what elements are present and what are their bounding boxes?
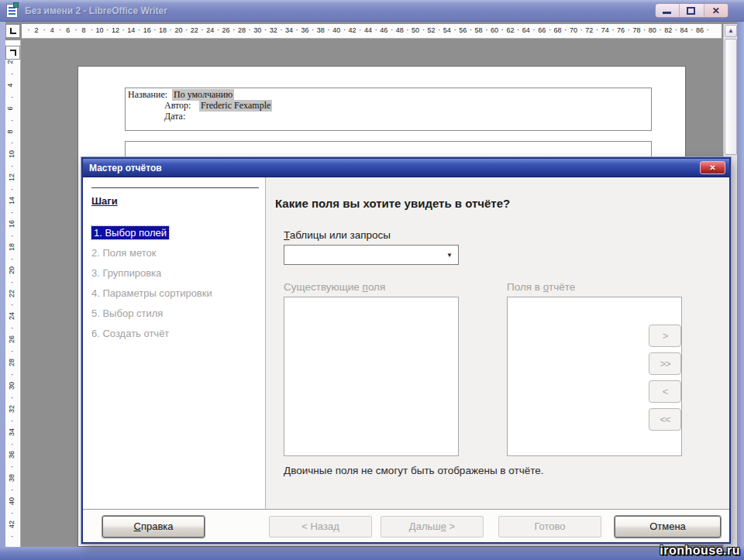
ruler-number: 80 — [649, 26, 656, 34]
ruler-tick: · — [628, 26, 630, 34]
back-button[interactable]: < Назад — [269, 516, 372, 538]
ruler-tick: · — [11, 162, 13, 170]
ruler-number: 22 — [8, 289, 16, 297]
application-window: Без имени 2 - LibreOffice Writer ✕ ·2·4·… — [0, 0, 744, 560]
horizontal-ruler[interactable]: ·2·4·6·8·10·12·14·16·18·20·22·24·26·28·3… — [22, 24, 722, 39]
move-selected-left-button[interactable]: < — [649, 380, 681, 403]
tables-queries-combobox[interactable]: ▼ — [284, 245, 459, 265]
tab-stop-selector-secondary[interactable] — [5, 46, 20, 60]
report-fields-listbox[interactable] — [507, 297, 682, 456]
tab-stop-selector[interactable] — [5, 24, 20, 38]
wizard-step-label: 6. Создать отчёт — [91, 328, 169, 339]
ruler-number: 38 — [8, 474, 16, 482]
ruler-tick: · — [91, 26, 93, 34]
close-button[interactable]: ✕ — [704, 4, 728, 17]
help-button[interactable]: Справка — [102, 516, 205, 538]
ruler-number: 84 — [680, 26, 688, 34]
dialog-body: Шаги 1. Выбор полей2. Поля меток3. Групп… — [83, 177, 729, 542]
wizard-content: Какие поля вы хотите увидеть в отчёте? Т… — [266, 177, 729, 509]
ruler-tick: · — [359, 26, 361, 34]
ruler-number: 42 — [349, 26, 356, 34]
ruler-number: 8 — [6, 129, 14, 133]
ruler-tick: · — [185, 26, 188, 34]
wizard-step-6[interactable]: 6. Создать отчёт — [91, 328, 169, 348]
maximize-button[interactable] — [680, 4, 704, 17]
ruler-number: 40 — [8, 497, 16, 505]
ruler-tick: · — [122, 26, 124, 34]
scroll-up-button[interactable]: ▲ — [725, 25, 737, 37]
ruler-tick: · — [611, 26, 614, 34]
ruler-number: 32 — [8, 405, 16, 413]
ruler-tick: · — [11, 231, 13, 239]
ruler-tick: · — [470, 26, 472, 34]
ruler-tick: · — [11, 277, 13, 286]
ruler-tick: · — [327, 26, 329, 34]
available-fields-listbox[interactable] — [284, 297, 459, 456]
report-fields-label: Поля в отчёте — [507, 281, 575, 293]
page-title: Какие поля вы хотите увидеть в отчёте? — [275, 197, 510, 210]
ruler-number: 10 — [8, 150, 16, 158]
wizard-step-1[interactable]: 1. Выбор полей — [91, 227, 169, 247]
field-value: Frederic Fexample — [199, 100, 272, 112]
steps-header: Шаги — [91, 195, 118, 207]
ruler-tick: · — [501, 26, 504, 34]
ruler-number: 20 — [8, 266, 16, 274]
window-frame-bottom — [0, 547, 744, 560]
ruler-tick: · — [11, 301, 13, 309]
next-button[interactable]: Дальше > — [381, 516, 484, 538]
ruler-number: 34 — [285, 26, 293, 34]
ruler-number: 20 — [174, 26, 182, 34]
minimize-button[interactable] — [656, 4, 680, 17]
ruler-tick: · — [11, 486, 13, 494]
wizard-step-3[interactable]: 3. Группировка — [91, 267, 161, 287]
vertical-ruler[interactable]: ·2·4·6·8·10·12·14·16·18·20·22·24·26·28·3… — [5, 40, 21, 547]
ruler-tick: · — [153, 26, 156, 34]
ruler-number: 30 — [253, 26, 261, 34]
ruler-number: 24 — [8, 312, 16, 320]
ruler-number: 6 — [66, 26, 70, 34]
wizard-step-4[interactable]: 4. Параметры сортировки — [91, 287, 212, 307]
ruler-number: 48 — [396, 26, 404, 34]
ruler-number: 64 — [522, 26, 530, 34]
ruler-tick: · — [11, 69, 13, 77]
ruler-tick: · — [11, 185, 13, 194]
close-icon: ✕ — [704, 4, 728, 17]
document-field-table: Название: По умолчанию Автор: Frederic F… — [125, 88, 652, 131]
ruler-tick: · — [11, 254, 13, 263]
move-all-right-button[interactable]: >> — [649, 352, 681, 375]
move-all-left-button[interactable]: << — [649, 408, 681, 431]
ruler-tick: · — [106, 26, 108, 34]
dialog-close-button[interactable]: ✕ — [700, 161, 725, 174]
ruler-number: 54 — [443, 26, 451, 34]
ruler-tick: · — [296, 26, 298, 34]
chevron-down-icon: ▼ — [446, 252, 453, 259]
ruler-number: 26 — [222, 26, 230, 34]
ruler-number: 58 — [475, 26, 483, 34]
ruler-number: 66 — [538, 26, 546, 34]
ruler-number: 2 — [6, 60, 14, 64]
available-fields-label: Существующие поля — [284, 281, 385, 293]
dialog-button-bar: Справка< НазадДальше >ГотовоОтмена — [83, 509, 729, 542]
ruler-number: 16 — [8, 220, 16, 228]
tables-queries-label: Таблицы или запросы — [284, 229, 391, 241]
ruler-tick: · — [596, 26, 598, 34]
cancel-button[interactable]: Отмена — [615, 516, 721, 538]
close-icon: ✕ — [709, 163, 715, 172]
ruler-number: 10 — [96, 26, 104, 34]
ruler-number: 68 — [554, 26, 562, 34]
ruler-number: 56 — [459, 26, 467, 34]
window-title: Без имени 2 - LibreOffice Writer — [25, 0, 167, 22]
ruler-number: 74 — [601, 26, 609, 34]
ruler-number: 14 — [8, 197, 16, 204]
ruler-number: 28 — [238, 26, 246, 34]
wizard-step-5[interactable]: 5. Выбор стиля — [91, 307, 163, 328]
wizard-step-label: 2. Поля меток — [91, 247, 156, 259]
finish-button[interactable]: Готово — [498, 516, 601, 538]
ruler-number: 12 — [112, 26, 119, 34]
scrollbar-thumb[interactable] — [725, 39, 737, 155]
move-selected-right-button[interactable]: > — [649, 325, 681, 347]
wizard-step-label: 4. Параметры сортировки — [91, 287, 212, 299]
wizard-step-2[interactable]: 2. Поля меток — [91, 247, 156, 267]
ruler-number: 16 — [143, 26, 151, 34]
ruler-number: 18 — [159, 26, 167, 34]
